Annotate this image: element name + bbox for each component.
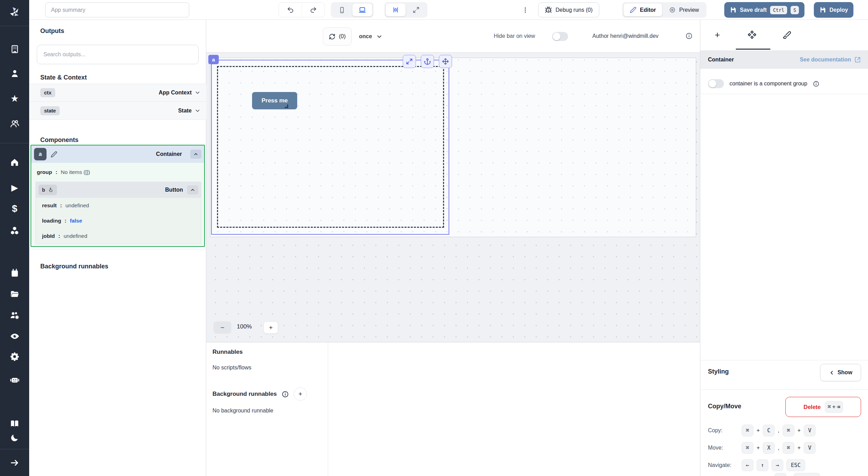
panel-divider: [328, 342, 328, 476]
no-scripts-label: No scripts/flows: [212, 365, 251, 371]
rename-pencil-icon[interactable]: [51, 151, 57, 158]
move-shortcut-row: Move: ⌘ + X , ⌘ + V: [708, 439, 816, 457]
result-value: undefined: [65, 202, 89, 209]
button-tree: b Button result : undefined loading : fa…: [35, 182, 201, 244]
schedules-calendar-icon[interactable]: [0, 268, 29, 278]
arrow-left-key: ←: [742, 459, 753, 471]
add-background-runnable-button[interactable]: +: [294, 387, 307, 401]
outputs-panel: Outputs State & Context ctx App Context …: [29, 20, 206, 476]
undo-redo-group: [278, 2, 325, 17]
collapse-button-button[interactable]: [187, 185, 198, 194]
deploy-button[interactable]: Deploy: [814, 2, 853, 18]
refresh-all-button[interactable]: (0): [323, 27, 352, 45]
zoom-in-button[interactable]: +: [264, 321, 278, 334]
info-icon[interactable]: [813, 81, 819, 87]
components-title: Components: [40, 136, 78, 144]
tab-editor[interactable]: Editor: [624, 3, 662, 16]
windmill-logo[interactable]: [0, 5, 29, 20]
sidebar-divider: [0, 143, 29, 143]
audit-eye-icon[interactable]: [0, 331, 29, 341]
expand-sidebar-arrow-icon[interactable]: [0, 458, 29, 468]
search-outputs-input[interactable]: [37, 45, 199, 64]
star-icon[interactable]: ★: [0, 93, 29, 104]
canvas-grid[interactable]: a Press me − 100% +: [206, 53, 700, 342]
laptop-icon: [359, 6, 366, 14]
delete-component-button[interactable]: Delete ⌘ + ⌫: [785, 397, 861, 417]
info-icon[interactable]: [685, 32, 693, 40]
resources-cubes-icon[interactable]: [0, 225, 29, 236]
info-icon[interactable]: [282, 391, 289, 398]
hide-bar-toggle[interactable]: [552, 32, 568, 41]
maximize-icon: [412, 6, 420, 14]
tab-styling[interactable]: [773, 20, 801, 50]
group-output-row[interactable]: group : No items ([]): [31, 163, 204, 182]
dark-mode-moon-icon[interactable]: [0, 433, 29, 443]
loading-output-row[interactable]: loading : false: [36, 213, 201, 228]
tab-preview[interactable]: Preview: [663, 3, 705, 16]
comma-sep: ,: [778, 427, 779, 434]
save-draft-button[interactable]: Save draft Ctrl S: [724, 2, 804, 18]
result-key: result: [42, 202, 57, 209]
app-summary-input[interactable]: [45, 2, 189, 17]
ctx-row[interactable]: ctx App Context: [29, 84, 206, 102]
zoom-out-button[interactable]: −: [214, 321, 231, 334]
center-layout-button[interactable]: [386, 3, 406, 16]
jobid-output-row[interactable]: jobId : undefined: [36, 228, 201, 244]
groups-icon[interactable]: [0, 118, 29, 129]
undo-icon: [287, 6, 294, 14]
folders-icon[interactable]: [0, 289, 29, 299]
anchor-component-button[interactable]: [421, 55, 434, 68]
result-output-row[interactable]: result : undefined: [36, 198, 201, 213]
deploy-label: Deploy: [829, 7, 848, 13]
chevron-down-icon: [194, 108, 201, 114]
workspace-icon[interactable]: [0, 44, 29, 54]
resize-handle[interactable]: [285, 105, 288, 108]
settings-gear-icon[interactable]: [0, 351, 29, 362]
selected-component-badge[interactable]: a: [208, 55, 219, 64]
component-type-label: Container: [708, 57, 734, 63]
home-icon[interactable]: [0, 157, 29, 167]
container-tree-header[interactable]: a Container: [31, 145, 204, 163]
more-menu-button[interactable]: [519, 4, 531, 16]
comma-sep: ,: [778, 445, 779, 451]
panel-divider: [29, 250, 206, 250]
topbar: Debug runs (0) Editor Preview Save draft…: [29, 0, 868, 20]
variables-dollar-icon[interactable]: $: [0, 203, 29, 214]
collapse-container-button[interactable]: [190, 150, 201, 159]
state-row[interactable]: state State: [29, 102, 206, 120]
frequency-value: once: [359, 33, 372, 40]
loading-value: false: [70, 218, 82, 224]
runs-play-icon[interactable]: ▶: [0, 182, 29, 193]
redo-button[interactable]: [302, 3, 325, 17]
debug-runs-button[interactable]: Debug runs (0): [538, 2, 599, 17]
component-type-header: Container See documentation: [700, 50, 868, 69]
workers-groups-gear-icon[interactable]: [0, 310, 29, 320]
press-me-button[interactable]: Press me: [252, 92, 297, 109]
undo-button[interactable]: [279, 3, 302, 17]
container-component[interactable]: [211, 60, 449, 235]
button-tree-header[interactable]: b Button: [36, 182, 201, 198]
mobile-view-button[interactable]: [332, 3, 352, 16]
see-documentation-link[interactable]: See documentation: [800, 57, 861, 63]
kbd-s: S: [791, 6, 799, 14]
user-icon[interactable]: [0, 68, 29, 78]
navigate-shortcut-row: Navigate: ← ↑ → ESC: [708, 457, 805, 474]
expand-component-button[interactable]: [403, 55, 416, 68]
container-drop-zone[interactable]: [217, 66, 444, 228]
component-group-toggle[interactable]: [708, 79, 724, 88]
x-key: X: [763, 442, 775, 454]
sidebar-divider: [0, 26, 29, 26]
show-styling-button[interactable]: Show: [820, 364, 861, 381]
fullwidth-layout-button[interactable]: [406, 3, 426, 16]
ctx-type-label: App Context: [159, 90, 192, 96]
docs-book-icon[interactable]: [0, 418, 29, 429]
desktop-view-button[interactable]: [352, 3, 372, 16]
align-center-icon: [392, 6, 399, 14]
colon: :: [58, 233, 60, 239]
ai-robot-icon[interactable]: [0, 375, 29, 385]
tab-insert-component[interactable]: +: [703, 20, 731, 50]
tab-component-settings[interactable]: [735, 20, 769, 50]
refresh-frequency-select[interactable]: once: [359, 27, 383, 45]
move-component-button[interactable]: [439, 55, 452, 68]
plus-sep: +: [832, 404, 835, 410]
